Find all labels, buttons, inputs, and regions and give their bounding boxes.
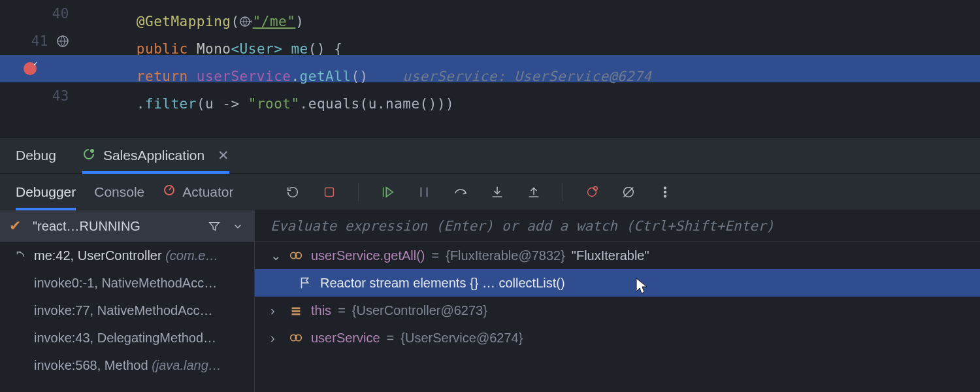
line-number: 43 <box>50 88 69 104</box>
debugger-body: ✔ "react…RUNNING me:42, UserController (… <box>0 210 980 392</box>
url-gutter-icon[interactable] <box>56 35 69 48</box>
line-number: 40 <box>50 6 69 22</box>
step-over-button[interactable] <box>451 183 470 201</box>
thread-selector[interactable]: ✔ "react…RUNNING <box>0 210 254 242</box>
stack-frame[interactable]: invoke0:-1, NativeMethodAcc… <box>0 269 254 297</box>
mouse-cursor-icon <box>634 277 651 295</box>
breakpoint-icon[interactable] <box>24 62 37 75</box>
tab-debugger[interactable]: Debugger <box>16 174 76 210</box>
code-line[interactable]: 43 .filter(u -> "root".equals(u.name())) <box>0 82 980 110</box>
thread-name: "react…RUNNING <box>33 219 198 234</box>
svg-rect-4 <box>325 188 333 196</box>
variable-row[interactable]: ⌄ userService.getAll() = {FluxIterable@7… <box>255 242 980 269</box>
svg-point-2 <box>90 149 94 153</box>
frames-panel: ✔ "react…RUNNING me:42, UserController (… <box>0 210 255 392</box>
filter-button[interactable] <box>207 219 221 233</box>
watch-icon <box>287 248 304 263</box>
resume-button[interactable] <box>378 183 397 201</box>
svg-rect-15 <box>292 314 301 316</box>
svg-rect-14 <box>292 310 301 312</box>
variable-row[interactable]: › this = {UserController@6273} <box>255 297 980 324</box>
svg-point-10 <box>664 195 666 197</box>
stack-frame[interactable]: invoke:43, DelegatingMethod… <box>0 324 254 351</box>
variable-row-reactor-child[interactable]: Reactor stream elements {} … collectList… <box>255 269 980 297</box>
drop-frame-icon[interactable] <box>14 250 26 261</box>
svg-point-9 <box>664 191 666 193</box>
flag-icon <box>297 276 314 290</box>
expand-icon[interactable]: › <box>270 303 281 318</box>
toolwindow-title: Debug <box>16 148 56 163</box>
debugger-toolbar: Debugger Console Actuator <box>0 174 980 210</box>
step-into-button[interactable] <box>488 183 506 201</box>
rerun-button[interactable] <box>284 183 302 201</box>
stop-button[interactable] <box>320 183 338 201</box>
debug-toolwindow-header: Debug SalesApplication ✕ <box>0 137 980 174</box>
svg-point-5 <box>587 188 596 196</box>
dropdown-button[interactable] <box>231 219 245 233</box>
expand-icon[interactable]: › <box>270 331 281 346</box>
step-out-button[interactable] <box>525 183 543 201</box>
pause-button[interactable] <box>415 183 433 201</box>
line-number: 41 <box>29 33 48 49</box>
code-line[interactable] <box>0 110 980 137</box>
more-button[interactable] <box>656 183 674 201</box>
check-icon: ✔ <box>9 218 21 235</box>
run-config-name: SalesApplication <box>103 148 204 163</box>
mute-breakpoints-button[interactable] <box>619 183 638 201</box>
collapse-icon[interactable]: ⌄ <box>270 248 281 263</box>
evaluate-expression-input[interactable]: Evaluate expression (Enter) or add a wat… <box>255 210 980 242</box>
actuator-icon <box>163 184 176 200</box>
close-tab-button[interactable]: ✕ <box>218 148 229 163</box>
run-config-tab[interactable]: SalesApplication ✕ <box>82 138 229 173</box>
field-icon <box>287 303 304 318</box>
code-editor[interactable]: 40 @GetMapping("/me") 41 public Mono<Use… <box>0 0 980 137</box>
stack-frame[interactable]: invoke:568, Method (java.lang… <box>0 351 254 379</box>
svg-rect-13 <box>292 307 301 309</box>
tab-console[interactable]: Console <box>94 174 144 210</box>
svg-point-8 <box>664 187 666 189</box>
stack-frame[interactable]: me:42, UserController (com.e… <box>0 242 254 269</box>
variables-panel: Evaluate expression (Enter) or add a wat… <box>255 210 980 392</box>
variable-row[interactable]: › userService = {UserService@6274} <box>255 324 980 351</box>
stack-frame[interactable]: invoke:77, NativeMethodAcc… <box>0 297 254 324</box>
view-breakpoints-button[interactable] <box>583 183 601 201</box>
tab-actuator[interactable]: Actuator <box>163 174 233 210</box>
watch-icon <box>287 331 304 345</box>
rerun-icon <box>82 148 95 164</box>
